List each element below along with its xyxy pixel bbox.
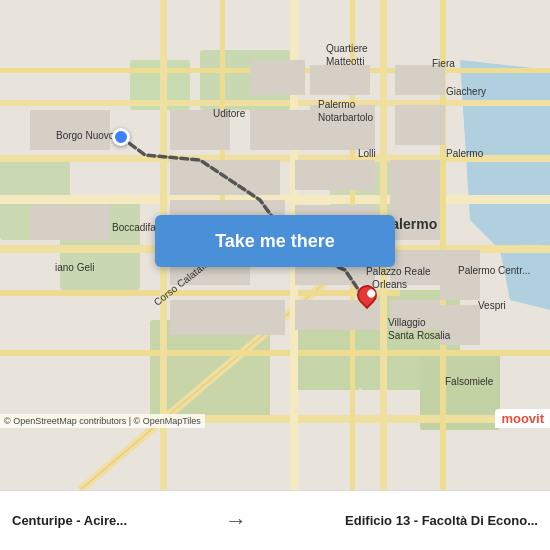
svg-rect-30 xyxy=(250,60,305,95)
from-location: Centuripe - Acire... xyxy=(12,513,127,528)
origin-marker xyxy=(112,128,130,146)
svg-rect-29 xyxy=(310,65,370,95)
take-me-there-button[interactable]: Take me there xyxy=(155,215,395,267)
svg-rect-35 xyxy=(295,160,375,190)
svg-rect-32 xyxy=(395,105,445,145)
svg-rect-18 xyxy=(0,350,550,356)
svg-rect-33 xyxy=(310,105,375,150)
arrow-icon: → xyxy=(225,508,247,534)
pin-dot xyxy=(366,288,377,299)
destination-marker xyxy=(355,285,379,315)
svg-rect-15 xyxy=(0,290,400,296)
from-name: Centuripe - Acire... xyxy=(12,513,127,528)
map-container: Borgo Nuovo Uditore QuartiereMatteotti F… xyxy=(0,0,550,490)
svg-rect-31 xyxy=(395,65,445,95)
bottom-bar: Centuripe - Acire... → Edificio 13 - Fac… xyxy=(0,490,550,550)
to-name: Edificio 13 - Facoltà Di Econo... xyxy=(345,513,538,528)
svg-rect-42 xyxy=(390,250,440,285)
pin-shape xyxy=(353,281,381,309)
svg-rect-44 xyxy=(390,300,440,330)
svg-rect-36 xyxy=(390,160,440,240)
svg-rect-26 xyxy=(30,110,110,150)
svg-rect-47 xyxy=(170,300,285,335)
svg-rect-16 xyxy=(0,100,550,106)
svg-rect-27 xyxy=(170,110,230,150)
svg-rect-39 xyxy=(30,205,110,240)
map-attribution: © OpenStreetMap contributors | © OpenMap… xyxy=(0,414,205,428)
moovit-logo: moovit xyxy=(495,409,550,428)
svg-rect-43 xyxy=(440,250,480,300)
svg-rect-45 xyxy=(440,305,480,345)
to-location: Edificio 13 - Facoltà Di Econo... xyxy=(345,513,538,528)
